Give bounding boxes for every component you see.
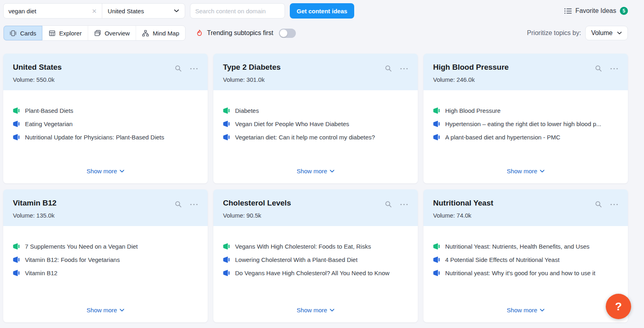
view-tab-group: Cards Explorer xyxy=(3,25,186,41)
show-more-button[interactable]: Show more xyxy=(507,168,545,174)
subtopic-item[interactable]: Nutritional Yeast: Nutrients, Health Ben… xyxy=(433,243,618,250)
search-topic-icon[interactable] xyxy=(385,65,392,72)
card-title[interactable]: United States xyxy=(13,63,62,72)
help-button[interactable]: ? xyxy=(606,294,631,319)
show-more-button[interactable]: Show more xyxy=(507,307,545,313)
search-topic-icon[interactable] xyxy=(595,201,602,208)
chevron-down-icon xyxy=(540,170,545,173)
card-body: Nutritional Yeast: Nutrients, Health Ben… xyxy=(423,226,628,307)
subtopic-item-label: Vegetarian diet: Can it help me control … xyxy=(235,134,375,141)
subtopic-item[interactable]: Vegans With High Cholesterol: Foods to E… xyxy=(223,243,408,250)
card-title[interactable]: High Blood Pressure xyxy=(433,63,509,72)
card-menu-icon[interactable] xyxy=(190,203,198,206)
subtopic-item-label: Hypertension – eating the right diet to … xyxy=(445,120,601,127)
card-actions xyxy=(175,63,198,72)
subtopic-item-label: 7 Supplements You Need on a Vegan Diet xyxy=(25,243,138,250)
show-more-label: Show more xyxy=(507,168,537,174)
card-actions xyxy=(385,199,408,208)
search-topic-icon[interactable] xyxy=(595,65,602,72)
card-footer: Show more xyxy=(3,168,208,183)
subtopic-item[interactable]: Diabetes xyxy=(223,107,408,114)
tab-cards-label: Cards xyxy=(20,30,36,37)
favorite-ideas-button[interactable]: Favorite Ideas 5 xyxy=(564,7,628,15)
card-footer: Show more xyxy=(423,307,628,322)
search-topic-icon[interactable] xyxy=(175,65,182,72)
card-body: Vegans With High Cholesterol: Foods to E… xyxy=(213,226,418,307)
megaphone-icon xyxy=(433,134,440,141)
prioritize-select[interactable]: Volume xyxy=(585,26,628,40)
subtopic-item[interactable]: Lowering Cholesterol With a Plant-Based … xyxy=(223,256,408,263)
tab-mind-map-label: Mind Map xyxy=(153,30,179,37)
card-title[interactable]: Vitamin B12 xyxy=(13,199,56,208)
subtopic-item-label: A plant-based diet and hypertension - PM… xyxy=(445,134,560,141)
card-footer: Show more xyxy=(213,168,418,183)
card-title[interactable]: Cholesterol Levels xyxy=(223,199,291,208)
card-menu-icon[interactable] xyxy=(610,68,618,70)
search-topic-icon[interactable] xyxy=(175,201,182,208)
card-header: High Blood Pressure Volume: 246.0k xyxy=(423,54,628,90)
show-more-button[interactable]: Show more xyxy=(87,307,124,313)
megaphone-icon xyxy=(223,256,230,263)
subtopic-item[interactable]: Vegetarian diet: Can it help me control … xyxy=(223,134,408,141)
tab-mind-map[interactable]: Mind Map xyxy=(136,26,185,40)
subtopic-item[interactable]: Hypertension – eating the right diet to … xyxy=(433,120,618,127)
card-title[interactable]: Type 2 Diabetes xyxy=(223,63,281,72)
show-more-label: Show more xyxy=(297,168,327,174)
tab-explorer[interactable]: Explorer xyxy=(43,26,88,40)
subtopic-item[interactable]: 4 Potential Side Effects of Nutritional … xyxy=(433,256,618,263)
subtopic-item[interactable]: Vitamin B12 xyxy=(13,270,198,276)
show-more-button[interactable]: Show more xyxy=(297,307,334,313)
card-items: Nutritional Yeast: Nutrients, Health Ben… xyxy=(433,243,618,276)
search-topic-icon[interactable] xyxy=(385,201,392,208)
card-menu-icon[interactable] xyxy=(400,68,408,70)
subtopic-item[interactable]: Vegan Diet for People Who Have Diabetes xyxy=(223,120,408,127)
card-menu-icon[interactable] xyxy=(400,203,408,206)
megaphone-icon xyxy=(433,107,440,114)
domain-search-input[interactable] xyxy=(190,3,285,19)
tab-explorer-label: Explorer xyxy=(59,30,82,37)
subtopic-item[interactable]: A plant-based diet and hypertension - PM… xyxy=(433,134,618,141)
trending-toggle[interactable] xyxy=(279,29,296,38)
trending-subtopics-label: Trending subtopics first xyxy=(207,29,273,37)
subtopic-item[interactable]: Do Vegans Have High Cholesterol? All You… xyxy=(223,270,408,276)
subtopic-item[interactable]: Plant-Based Diets xyxy=(13,107,198,114)
card-menu-icon[interactable] xyxy=(190,68,198,70)
topic-research-page: ✕ United States Get content ideas xyxy=(0,0,644,328)
tab-overview[interactable]: Overview xyxy=(88,26,136,40)
subtopic-item-label: Vitamin B12 xyxy=(25,270,58,276)
subtopic-item-label: Nutritional Yeast: Nutrients, Health Ben… xyxy=(445,243,590,250)
megaphone-icon xyxy=(13,107,20,114)
get-content-ideas-button[interactable]: Get content ideas xyxy=(290,3,354,19)
card-items: Vegans With High Cholesterol: Foods to E… xyxy=(223,243,408,276)
card-body: High Blood Pressure Hypertension – eatin… xyxy=(423,90,628,168)
subtopic-item[interactable]: Nutritional yeast: Why it's good for you… xyxy=(433,270,618,276)
card-menu-icon[interactable] xyxy=(610,203,618,206)
card-actions xyxy=(595,63,618,72)
card-items: 7 Supplements You Need on a Vegan Diet V… xyxy=(13,243,198,276)
show-more-button[interactable]: Show more xyxy=(87,168,124,174)
tab-cards[interactable]: Cards xyxy=(4,26,43,40)
subtopic-item[interactable]: Vitamin B12: Foods for Vegetarians xyxy=(13,256,198,263)
card-title[interactable]: Nutritional Yeast xyxy=(433,199,493,208)
subtopic-item[interactable]: 7 Supplements You Need on a Vegan Diet xyxy=(13,243,198,250)
subtopic-item-label: Do Vegans Have High Cholesterol? All You… xyxy=(235,270,390,276)
domain-field-wrap xyxy=(190,3,285,19)
chevron-down-icon xyxy=(617,31,622,35)
subtopic-item-label: High Blood Pressure xyxy=(445,107,501,114)
subtopic-item-label: Vegan Diet for People Who Have Diabetes xyxy=(235,120,349,127)
card-volume: Volume: 90.5k xyxy=(223,212,291,219)
megaphone-icon xyxy=(13,270,20,276)
megaphone-icon xyxy=(223,107,230,114)
card-actions xyxy=(385,63,408,72)
topic-card: United States Volume: 550.0k xyxy=(3,54,208,183)
show-more-button[interactable]: Show more xyxy=(297,168,334,174)
chevron-down-icon xyxy=(330,170,334,173)
megaphone-icon xyxy=(223,243,230,250)
mind-map-icon xyxy=(142,30,149,37)
keyword-input[interactable] xyxy=(8,8,89,15)
clear-keyword-icon[interactable]: ✕ xyxy=(92,8,97,14)
subtopic-item[interactable]: High Blood Pressure xyxy=(433,107,618,114)
subtopic-item[interactable]: Nutritional Update for Physicians: Plant… xyxy=(13,134,198,141)
subtopic-item[interactable]: Eating Vegetarian xyxy=(13,120,198,127)
country-select[interactable]: United States xyxy=(102,4,185,18)
